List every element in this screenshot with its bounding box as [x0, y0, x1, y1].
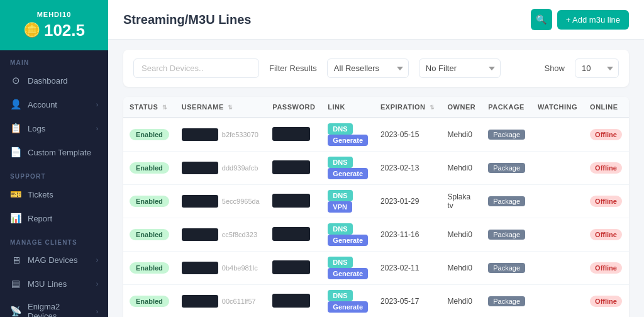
- dns-button[interactable]: DNS: [328, 190, 352, 201]
- sidebar-item-account[interactable]: 👤 Account ›: [0, 92, 108, 116]
- cell-watching: [531, 285, 584, 318]
- password-hidden: [272, 160, 310, 174]
- m3u-lines-table: STATUS ⇅ USERNAME ⇅ PASSWORD LINK EXPIRA…: [123, 97, 629, 317]
- cell-package: Package: [482, 152, 531, 185]
- generate-button[interactable]: Generate: [328, 168, 368, 179]
- status-badge: Enabled: [130, 162, 169, 174]
- cell-package: Package: [482, 285, 531, 318]
- col-link: LINK: [321, 97, 374, 118]
- cell-owner: Splaka tv: [441, 185, 482, 218]
- sidebar-item-logs[interactable]: 📋 Logs ›: [0, 116, 108, 140]
- cell-notes: [628, 152, 629, 185]
- cell-online: Offline: [584, 118, 628, 152]
- generate-button[interactable]: Generate: [328, 301, 368, 313]
- cell-expiration: 2023-02-13: [374, 152, 441, 185]
- sidebar-item-label: Account: [28, 100, 90, 109]
- filter-bar: Filter Results All Resellers Reseller 1 …: [123, 50, 629, 87]
- online-badge: Offline: [590, 229, 622, 240]
- section-label-manage: MANAGE CLIENTS: [0, 230, 108, 248]
- cell-package: Package: [482, 185, 531, 218]
- col-online: ONLINE: [584, 97, 628, 118]
- filter-type-select[interactable]: No Filter Enabled Disabled: [419, 58, 501, 78]
- sidebar-item-label: Logs: [28, 124, 90, 133]
- sidebar-item-label: M3U Lines: [28, 279, 90, 289]
- cell-expiration: 2023-01-29: [374, 185, 441, 218]
- dns-button[interactable]: DNS: [328, 290, 352, 301]
- sidebar-item-label: Tickets: [28, 190, 98, 199]
- username-hidden: [182, 262, 218, 274]
- sort-icon: ⇅: [162, 104, 168, 111]
- sort-icon: ⇅: [228, 104, 233, 111]
- sidebar-item-dashboard[interactable]: ⊙ Dashboard: [0, 69, 108, 92]
- package-badge: Package: [488, 230, 525, 240]
- package-badge: Package: [488, 263, 525, 273]
- cell-notes: Arviel: [628, 185, 629, 218]
- vpn-button[interactable]: VPN: [328, 201, 352, 213]
- add-m3u-button[interactable]: + Add m3u line: [557, 10, 629, 30]
- dashboard-icon: ⊙: [10, 75, 21, 86]
- col-watching: WATCHING: [531, 97, 584, 118]
- sidebar-item-label: Dashboard: [28, 76, 98, 86]
- cell-status: Enabled: [123, 285, 175, 318]
- content-area: Filter Results All Resellers Reseller 1 …: [108, 40, 644, 317]
- password-hidden: [272, 227, 310, 241]
- sidebar-item-report[interactable]: 📊 Report: [0, 206, 108, 230]
- cell-package: Package: [482, 118, 531, 152]
- cell-password: [266, 118, 321, 152]
- status-badge: Enabled: [130, 196, 169, 207]
- username-text: 0b4be981lc: [222, 264, 258, 272]
- account-icon: 👤: [10, 99, 21, 110]
- status-badge: Enabled: [130, 296, 169, 307]
- search-button[interactable]: 🔍: [531, 9, 552, 30]
- cell-package: Package: [482, 218, 531, 252]
- cell-watching: [531, 118, 584, 152]
- sidebar-item-tickets[interactable]: 🎫 Tickets: [0, 182, 108, 206]
- brand-balance: 🪙 102.5: [23, 21, 85, 40]
- cell-notes: Justin: [628, 285, 629, 318]
- generate-button[interactable]: Generate: [328, 235, 368, 246]
- dns-button[interactable]: DNS: [328, 123, 352, 135]
- col-username: USERNAME ⇅: [175, 97, 267, 118]
- dns-button[interactable]: DNS: [328, 257, 352, 268]
- tickets-icon: 🎫: [10, 189, 21, 200]
- cell-link: DNS Generate: [321, 118, 374, 152]
- sidebar-item-custom-template[interactable]: 📄 Custom Template: [0, 140, 108, 164]
- generate-button[interactable]: Generate: [328, 268, 368, 279]
- username-text: cc5f8cd323: [222, 231, 257, 238]
- chevron-right-icon: ›: [96, 281, 98, 287]
- data-table-wrap: STATUS ⇅ USERNAME ⇅ PASSWORD LINK EXPIRA…: [123, 97, 629, 317]
- sort-icon: ⇅: [430, 104, 435, 111]
- dns-button[interactable]: DNS: [328, 223, 352, 235]
- table-row: Enabled 0b4be981lc DNS Generate 2023-02-…: [123, 252, 629, 285]
- chevron-right-icon: ›: [96, 125, 98, 132]
- cell-online: Offline: [584, 218, 628, 252]
- cell-expiration: 2023-11-16: [374, 218, 441, 252]
- section-label-main: MAIN: [0, 50, 108, 69]
- sidebar-item-enigma2[interactable]: 📡 Enigma2 Devices ›: [0, 296, 108, 317]
- cell-username: 0b4be981lc: [175, 252, 267, 285]
- search-input[interactable]: [133, 58, 259, 78]
- package-badge: Package: [488, 296, 525, 306]
- table-row: Enabled 00c611lf57 DNS Generate 2023-05-…: [123, 285, 629, 318]
- username-text: 5ecc9965da: [222, 197, 260, 205]
- generate-button[interactable]: Generate: [328, 135, 368, 146]
- cell-password: [266, 152, 321, 185]
- reseller-select[interactable]: All Resellers Reseller 1 Reseller 2: [327, 58, 409, 78]
- sidebar-item-m3u-lines[interactable]: ▤ M3U Lines ›: [0, 272, 108, 296]
- cell-notes: Jas: [628, 252, 629, 285]
- online-badge: Offline: [590, 162, 622, 174]
- enigma-icon: 📡: [10, 306, 21, 317]
- cell-notes: Pankaj M: [628, 118, 629, 152]
- cell-password: [266, 285, 321, 318]
- col-expiration: EXPIRATION ⇅: [374, 97, 441, 118]
- password-hidden: [272, 294, 310, 308]
- sidebar-item-mag-devices[interactable]: 🖥 MAG Devices ›: [0, 248, 108, 272]
- sidebar-item-label: MAG Devices: [28, 255, 90, 265]
- cell-owner: Mehdi0: [441, 252, 482, 285]
- dns-button[interactable]: DNS: [328, 157, 352, 168]
- page-title: Streaming/M3U Lines: [123, 13, 251, 27]
- table-row: Enabled ddd939afcb DNS Generate 2023-02-…: [123, 152, 629, 185]
- cell-expiration: 2023-02-11: [374, 252, 441, 285]
- show-count-select[interactable]: 10 25 50 100: [575, 58, 619, 78]
- cell-username: b2fe533070: [175, 118, 267, 152]
